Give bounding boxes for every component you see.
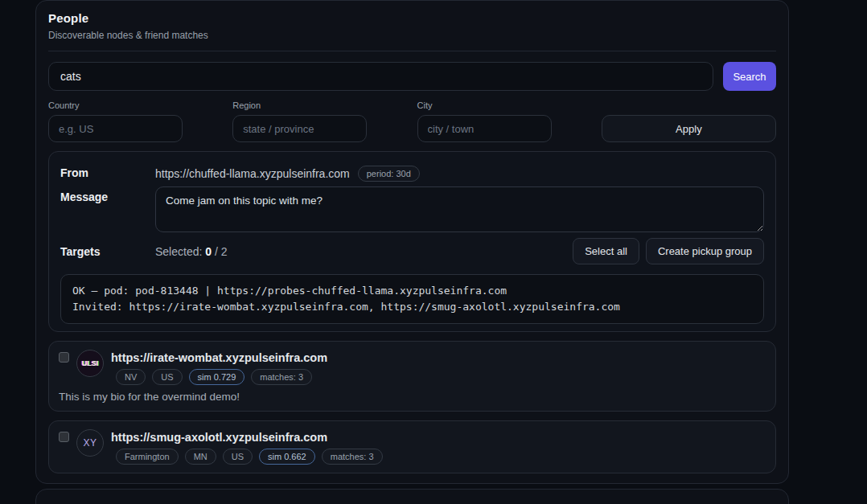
country-badge: US [152,369,182,385]
invite-composer: From https://chuffed-llama.xyzpulseinfra… [48,151,776,332]
person-main: https://irate-wombat.xyzpulseinfra.com N… [111,350,766,385]
country-field: Country [48,100,223,142]
person-head: XY https://smug-axolotl.xyzpulseinfra.co… [59,429,766,465]
message-label: Message [60,186,155,203]
output-line-2: Invited: https://irate-wombat.xyzpulsein… [72,299,752,315]
country-label: Country [48,100,223,110]
create-pickup-group-button[interactable]: Create pickup group [646,238,764,264]
period-badge: period: 30d [358,166,420,182]
output-line-1: OK — pod: pod-813448 | https://probes-ch… [72,283,752,299]
person-badges: NV US sim 0.729 matches: 3 [116,369,766,385]
person-head: ULSI https://irate-wombat.xyzpulseinfra.… [59,350,766,385]
person-url: https://irate-wombat.xyzpulseinfra.com [111,350,766,364]
city-badge: Farmington [116,449,179,465]
similarity-badge: sim 0.729 [189,369,245,385]
apply-button[interactable]: Apply [602,115,776,142]
selected-suffix: / 2 [212,245,227,258]
city-input[interactable] [417,115,552,142]
region-badge: NV [116,369,146,385]
from-label: From [60,162,155,179]
person-select-checkbox[interactable] [59,432,69,442]
person-card: ULSI https://irate-wombat.xyzpulseinfra.… [48,341,776,412]
next-section-panel [35,489,789,504]
country-badge: US [223,449,253,465]
people-panel: People Discoverable nodes & friend match… [35,0,789,484]
country-input[interactable] [48,115,183,142]
from-url: https://chuffed-llama.xyzpulseinfra.com [155,167,350,180]
region-input[interactable] [232,115,367,142]
matches-badge: matches: 3 [251,369,312,385]
message-row: Message Come jam on this topic with me? [60,186,764,232]
targets-row: Targets Selected: 0 / 2 Select all Creat… [60,238,764,264]
region-label: Region [232,100,407,110]
search-input[interactable] [48,62,713,91]
search-button[interactable]: Search [723,62,776,91]
person-card: XY https://smug-axolotl.xyzpulseinfra.co… [48,420,776,473]
person-avatar: XY [76,429,104,457]
from-row: From https://chuffed-llama.xyzpulseinfra… [60,162,764,182]
person-bio: This is my bio for the overmind demo! [59,391,766,403]
select-all-button[interactable]: Select all [573,238,639,264]
person-badges: Farmington MN US sim 0.662 matches: 3 [116,449,766,465]
selected-count: 0 [205,245,212,258]
selected-counter: Selected: 0 / 2 [155,245,573,258]
matches-badge: matches: 3 [322,449,383,465]
invite-output-log: OK — pod: pod-813448 | https://probes-ch… [60,274,764,324]
person-url: https://smug-axolotl.xyzpulseinfra.com [111,429,766,444]
page-title: People [48,11,776,25]
person-select-checkbox[interactable] [59,352,69,363]
similarity-badge: sim 0.662 [259,449,315,465]
apply-field: Apply [602,115,776,142]
person-main: https://smug-axolotl.xyzpulseinfra.com F… [111,429,766,465]
region-field: Region [232,100,407,142]
city-label: City [417,100,592,110]
from-value: https://chuffed-llama.xyzpulseinfra.com … [155,162,420,182]
page-subtitle: Discoverable nodes & friend matches [48,30,776,41]
targets-label: Targets [60,245,155,258]
location-filters: Country Region City Apply [48,100,776,142]
city-field: City [417,100,592,142]
search-row: Search [48,62,776,91]
selected-prefix: Selected: [155,245,205,258]
person-avatar: ULSI [76,350,104,377]
target-actions: Select all Create pickup group [573,238,764,264]
region-badge: MN [185,449,216,465]
message-textarea[interactable]: Come jam on this topic with me? [155,186,764,232]
header-divider [48,51,776,51]
